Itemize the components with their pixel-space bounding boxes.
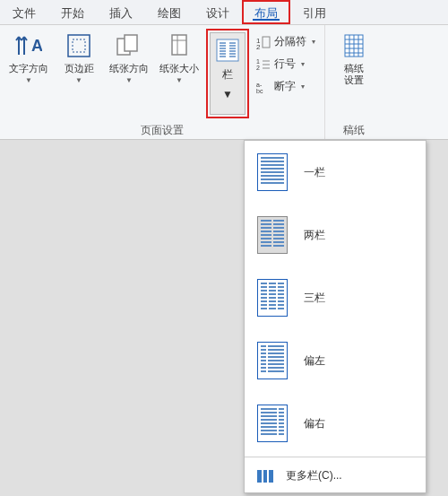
columns-two-icon bbox=[257, 216, 288, 254]
svg-text:A: A bbox=[31, 37, 42, 55]
tab-home[interactable]: 开始 bbox=[48, 0, 97, 24]
columns-label: 栏 bbox=[222, 67, 233, 83]
columns-left-icon bbox=[257, 342, 288, 379]
chevron-down-icon: ▾ bbox=[312, 38, 315, 46]
grid-settings-label: 稿纸设置 bbox=[344, 63, 364, 86]
columns-three-label: 三栏 bbox=[304, 291, 325, 306]
chevron-down-icon: ▾ bbox=[301, 60, 305, 68]
chevron-down-icon: ▼ bbox=[25, 76, 32, 84]
columns-right[interactable]: 偏右 bbox=[245, 392, 426, 455]
chevron-down-icon: ▼ bbox=[222, 88, 233, 100]
tab-bar: 文件 开始 插入 绘图 设计 布局 引用 bbox=[0, 0, 448, 25]
size-label: 纸张大小 bbox=[159, 63, 199, 74]
columns-button-highlight: 栏 ▼ bbox=[206, 29, 249, 118]
columns-dropdown: 一栏 两栏 三栏 偏左 偏右 更多栏(C)... bbox=[244, 140, 426, 493]
chevron-down-icon: ▼ bbox=[125, 76, 133, 84]
tab-insert[interactable]: 插入 bbox=[97, 0, 145, 24]
svg-text:bc: bc bbox=[256, 88, 263, 94]
group-grid-paper: 稿纸设置 稿纸 bbox=[325, 25, 383, 139]
hyphenation-icon: a-bc bbox=[256, 80, 271, 94]
line-numbers-button[interactable]: 12 行号 ▾ bbox=[253, 55, 319, 74]
tab-draw[interactable]: 绘图 bbox=[145, 0, 194, 24]
columns-right-label: 偏右 bbox=[304, 416, 325, 431]
grid-settings-button[interactable]: 稿纸设置 bbox=[331, 29, 377, 86]
columns-one-label: 一栏 bbox=[304, 165, 325, 180]
columns-one[interactable]: 一栏 bbox=[245, 141, 426, 204]
chevron-down-icon: ▼ bbox=[176, 76, 183, 84]
chevron-down-icon: ▼ bbox=[75, 76, 82, 84]
page-setup-more: 12 分隔符 ▾ 12 行号 ▾ a-bc 断字 ▾ bbox=[253, 29, 319, 96]
orientation-button[interactable]: 纸张方向 ▼ bbox=[106, 29, 152, 84]
hyphenation-label: 断字 bbox=[274, 79, 296, 94]
svg-rect-5 bbox=[172, 35, 186, 55]
orientation-label: 纸张方向 bbox=[109, 63, 149, 74]
svg-text:2: 2 bbox=[256, 43, 261, 49]
orientation-icon bbox=[115, 32, 143, 59]
columns-icon bbox=[216, 39, 239, 62]
size-icon bbox=[165, 32, 194, 59]
columns-button[interactable]: 栏 ▼ bbox=[210, 32, 246, 115]
group-grid-paper-row: 稿纸设置 bbox=[331, 29, 377, 121]
group-page-setup: A 文字方向 ▼ 页边距 ▼ 纸张方向 ▼ bbox=[0, 25, 325, 139]
columns-more-icon bbox=[257, 470, 273, 483]
margins-button[interactable]: 页边距 ▼ bbox=[56, 29, 102, 84]
text-direction-label: 文字方向 bbox=[9, 63, 48, 74]
columns-right-icon bbox=[257, 405, 288, 442]
dropdown-separator bbox=[245, 457, 426, 457]
group-label-page-setup: 页面设置 bbox=[5, 121, 319, 139]
svg-text:2: 2 bbox=[256, 65, 260, 71]
tab-layout[interactable]: 布局 bbox=[242, 0, 290, 24]
columns-three[interactable]: 三栏 bbox=[245, 266, 426, 329]
margins-icon bbox=[65, 32, 93, 59]
svg-rect-4 bbox=[125, 35, 137, 51]
chevron-down-icon: ▾ bbox=[301, 83, 305, 91]
columns-two-label: 两栏 bbox=[304, 228, 325, 243]
breaks-icon: 12 bbox=[256, 35, 271, 49]
line-numbers-label: 行号 bbox=[274, 57, 296, 72]
svg-rect-21 bbox=[263, 37, 270, 48]
breaks-label: 分隔符 bbox=[274, 34, 306, 49]
tab-references[interactable]: 引用 bbox=[290, 0, 339, 24]
columns-more[interactable]: 更多栏(C)... bbox=[245, 459, 426, 492]
line-numbers-icon: 12 bbox=[256, 57, 271, 72]
columns-three-icon bbox=[257, 279, 288, 317]
group-page-setup-row: A 文字方向 ▼ 页边距 ▼ 纸张方向 ▼ bbox=[5, 29, 319, 121]
breaks-button[interactable]: 12 分隔符 ▾ bbox=[253, 32, 319, 51]
text-direction-icon: A bbox=[14, 32, 43, 59]
svg-text:1: 1 bbox=[256, 58, 260, 65]
columns-more-label: 更多栏(C)... bbox=[286, 468, 342, 483]
size-button[interactable]: 纸张大小 ▼ bbox=[156, 29, 202, 84]
tab-file[interactable]: 文件 bbox=[0, 0, 48, 24]
hyphenation-button[interactable]: a-bc 断字 ▾ bbox=[253, 77, 319, 96]
svg-rect-1 bbox=[68, 35, 90, 57]
columns-two[interactable]: 两栏 bbox=[245, 204, 426, 266]
group-label-grid: 稿纸 bbox=[331, 121, 377, 139]
text-direction-button[interactable]: A 文字方向 ▼ bbox=[5, 29, 52, 84]
svg-rect-2 bbox=[73, 39, 85, 52]
svg-text:a-: a- bbox=[256, 82, 263, 88]
grid-settings-icon bbox=[340, 32, 368, 59]
tab-design[interactable]: 设计 bbox=[194, 0, 242, 24]
columns-left[interactable]: 偏左 bbox=[245, 329, 426, 392]
columns-one-icon bbox=[257, 153, 288, 191]
ribbon: A 文字方向 ▼ 页边距 ▼ 纸张方向 ▼ bbox=[0, 25, 448, 140]
margins-label: 页边距 bbox=[65, 63, 94, 74]
columns-left-label: 偏左 bbox=[304, 353, 325, 369]
